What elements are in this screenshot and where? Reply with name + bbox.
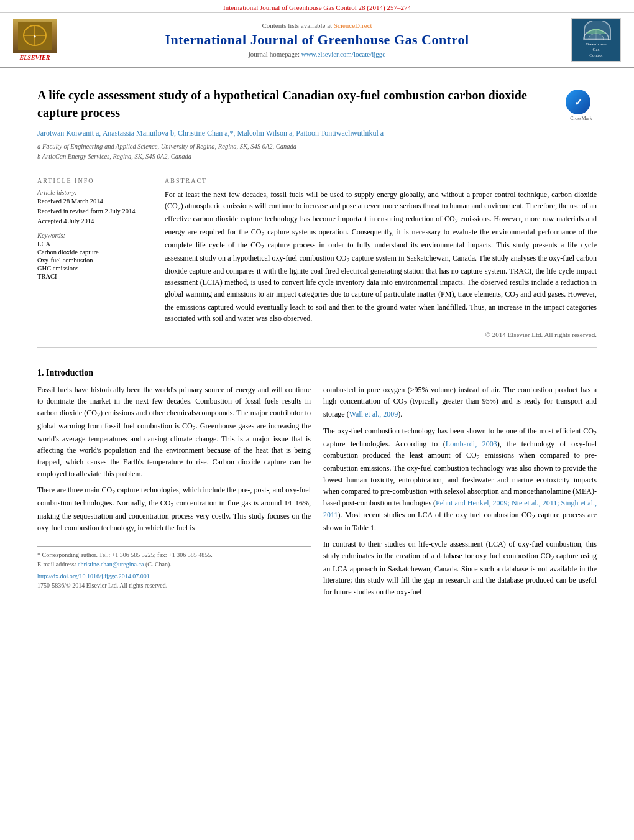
abstract-text: For at least the next few decades, fossi…	[165, 189, 597, 325]
ref-pehnt[interactable]: Pehnt and Henkel, 2009; Nie et al., 2011…	[323, 499, 597, 519]
affiliation-b: b ArticCan Energy Services, Regina, SK, …	[37, 152, 553, 162]
journal-homepage: journal homepage: www.elsevier.com/locat…	[249, 50, 385, 58]
svg-point-6	[584, 30, 609, 40]
abstract-title: ABSTRACT	[165, 177, 597, 184]
ref-wall[interactable]: Wall et al., 2009	[349, 410, 398, 418]
intro-p1: Fossil fuels have historically been the …	[37, 384, 311, 479]
article-info-title: ARTICLE INFO	[37, 177, 152, 184]
crossmark-logo: ✓ CrossMark	[566, 90, 597, 121]
section-divider	[37, 353, 597, 353]
svg-point-7	[589, 34, 604, 40]
introduction-section: 1. Introduction Fossil fuels have histor…	[37, 358, 597, 603]
article-info: ARTICLE INFO Article history: Received 2…	[37, 177, 152, 338]
svg-rect-5	[577, 21, 615, 40]
received-date: Received 28 March 2014	[37, 198, 152, 205]
issn-line: 1750-5836/© 2014 Elsevier Ltd. All right…	[37, 581, 311, 590]
science-direct-link[interactable]: ScienceDirect	[334, 22, 372, 29]
top-banner: International Journal of Greenhouse Gas …	[0, 0, 634, 13]
intro-p5: In contrast to their studies on life-cyc…	[323, 538, 597, 598]
keyword-lca: LCA	[37, 241, 152, 247]
contents-line: Contents lists available at ScienceDirec…	[262, 22, 372, 29]
copyright-line: © 2014 Elsevier Ltd. All rights reserved…	[165, 331, 597, 338]
article-title-section: A life cycle assessment study of a hypot…	[37, 74, 597, 168]
crossmark-label: CrossMark	[566, 116, 597, 121]
article-title: A life cycle assessment study of a hypot…	[37, 86, 553, 121]
intro-p4: The oxy-fuel combustion technology has b…	[323, 425, 597, 533]
doi-link[interactable]: http://dx.doi.org/10.1016/j.ijggc.2014.0…	[37, 571, 311, 581]
footnote-section: * Corresponding author. Tel.: +1 306 585…	[37, 546, 311, 590]
affiliation-a: a Faculty of Engineering and Applied Sci…	[37, 142, 553, 152]
intro-col-left: Fossil fuels have historically been the …	[37, 384, 311, 603]
intro-col-right: combusted in pure oxygen (>95% volume) i…	[323, 384, 597, 603]
greenhouse-logo: Greenhouse Gas Control	[568, 18, 624, 62]
intro-columns: Fossil fuels have historically been the …	[37, 384, 597, 603]
journal-citation: International Journal of Greenhouse Gas …	[223, 4, 411, 11]
page-wrapper: International Journal of Greenhouse Gas …	[0, 0, 634, 609]
revised-date: Received in revised form 2 July 2014	[37, 208, 152, 215]
keyword-oxy: Oxy-fuel combustion	[37, 257, 152, 264]
crossmark-icon: ✓	[566, 90, 590, 114]
keywords-section: Keywords: LCA Carbon dioxide capture Oxy…	[37, 232, 152, 280]
authors: Jarotwan Koiwanit a, Anastassia Manuilov…	[37, 129, 553, 138]
journal-center: Contents lists available at ScienceDirec…	[66, 18, 568, 62]
keywords-label: Keywords:	[37, 232, 152, 239]
elsevier-logo-image: ♦	[13, 19, 57, 53]
elsevier-logo: ♦ ELSEVIER	[10, 18, 60, 62]
keyword-co2: Carbon dioxide capture	[37, 249, 152, 256]
article-title-text: A life cycle assessment study of a hypot…	[37, 86, 553, 162]
affiliations: a Faculty of Engineering and Applied Sci…	[37, 142, 553, 162]
journal-title: International Journal of Greenhouse Gas …	[165, 32, 469, 48]
ref-lombardi[interactable]: Lombardi, 2003	[446, 440, 497, 448]
accepted-date: Accepted 4 July 2014	[37, 218, 152, 224]
intro-title: 1. Introduction	[37, 368, 597, 378]
greenhouse-logo-text: Greenhouse Gas Control	[586, 42, 606, 58]
footnote-email: E-mail address: christine.chan@uregina.c…	[37, 560, 311, 569]
intro-p2: There are three main CO2 capture technol…	[37, 484, 311, 533]
greenhouse-logo-image	[577, 21, 615, 40]
elsevier-text: ELSEVIER	[20, 54, 50, 61]
email-label: E-mail address:	[37, 561, 76, 568]
keyword-traci: TRACI	[37, 273, 152, 280]
keyword-ghc: GHC emissions	[37, 265, 152, 272]
history-label: Article history:	[37, 189, 152, 196]
journal-header: ♦ ELSEVIER Contents lists available at S…	[0, 13, 634, 68]
intro-p3: combusted in pure oxygen (>95% volume) i…	[323, 384, 597, 420]
journal-homepage-link[interactable]: www.elsevier.com/locate/ijggc	[301, 50, 386, 58]
abstract-section: ABSTRACT For at least the next few decad…	[165, 177, 597, 338]
svg-text:♦: ♦	[33, 34, 35, 39]
email-link[interactable]: christine.chan@uregina.ca	[78, 561, 144, 568]
article-body: ARTICLE INFO Article history: Received 2…	[37, 168, 597, 348]
email-suffix: (C. Chan).	[145, 561, 172, 568]
article-content: A life cycle assessment study of a hypot…	[0, 68, 634, 609]
footnote-corresponding: * Corresponding author. Tel.: +1 306 585…	[37, 550, 311, 560]
greenhouse-logo-box: Greenhouse Gas Control	[571, 18, 621, 62]
